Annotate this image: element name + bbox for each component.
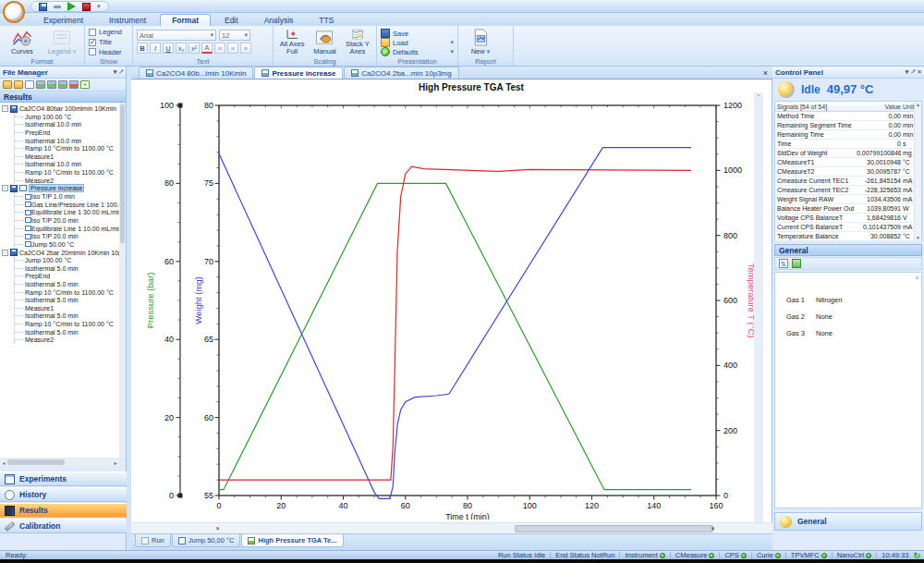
defaults-dropdown-icon[interactable]: ▾ (450, 48, 454, 55)
tree-item[interactable]: Ramp 10 °C/min to 1100.00 °C (15, 288, 119, 297)
signals-row-stddev-of-weight[interactable]: StdDev of Weight0,00799100846mg (775, 149, 921, 158)
bold-button[interactable]: B (137, 43, 148, 54)
tree-item[interactable]: Measure1 (15, 153, 119, 161)
scroll-left-icon[interactable]: ◂ (0, 459, 7, 466)
expand-toggle-icon[interactable]: - (2, 185, 8, 191)
tree-item[interactable]: Jump 100.00 °C (15, 257, 119, 265)
tree-item[interactable]: Isothermal 10.0 min (15, 161, 119, 169)
tree-horizontal-scrollbar[interactable]: ◂ ▸ (0, 459, 119, 466)
legend-button[interactable]: Legend ▾ (43, 28, 80, 56)
tree-item[interactable]: Ramp 10 °C/min to 1100.00 °C (15, 144, 119, 153)
sub-tab-jump-50-00-c[interactable]: Jump 50,00 °C (172, 534, 241, 547)
refresh-icon[interactable]: ↻ (913, 551, 920, 560)
tree-item[interactable]: Measure1 (15, 304, 119, 312)
document-tab-ca2co4-2ba-min-10p3mg[interactable]: Ca2CO4 2ba...min 10p3mg (344, 67, 458, 79)
presentation-load-button[interactable]: Load ▾ (381, 38, 454, 47)
superscript-button[interactable]: x² (188, 43, 200, 54)
scroll-down-icon[interactable]: ▼ (915, 235, 921, 240)
axis-right-handle[interactable]: × (710, 525, 716, 532)
legend-checkbox[interactable] (89, 29, 96, 36)
signals-row-method-time[interactable]: Method Time0,00min (775, 112, 921, 121)
signals-row-time[interactable]: Time0s (775, 140, 921, 149)
print-image-icon[interactable] (58, 80, 67, 89)
export-image-icon[interactable] (36, 80, 45, 89)
tree-item[interactable]: Isothermal 5.0 min (15, 312, 119, 321)
pause-icon[interactable] (54, 6, 61, 8)
new-file-icon[interactable] (25, 80, 34, 89)
ribbon-tab-instrument[interactable]: Instrument (97, 14, 158, 26)
nav-button-history[interactable]: History (0, 487, 127, 502)
align-right-button[interactable]: ≡ (240, 43, 251, 54)
tree-item[interactable]: Ramp 10 °C/min to 1100.00 °C (15, 168, 119, 177)
chart-hscrollbar-thumb[interactable] (515, 525, 713, 532)
tree-item[interactable]: Iso T/P 1.0 min (15, 192, 119, 201)
subscript-button[interactable]: x₂ (176, 43, 187, 54)
tree-item[interactable]: Equilibrate Line 1 30.00 mL/min 80 (15, 209, 119, 217)
general-bottom-button[interactable]: General (774, 512, 922, 531)
ribbon-tab-tts[interactable]: TTS (307, 14, 346, 26)
export-data-icon[interactable] (69, 80, 79, 89)
tree-item[interactable]: Isothermal 5.0 min (15, 328, 119, 337)
stack-y-axes-button[interactable]: Stack Y Axes (343, 28, 372, 56)
tree-item[interactable]: Jump 50.00 °C (15, 240, 119, 249)
nav-button-results[interactable]: Results (0, 503, 127, 518)
presentation-defaults-button[interactable]: ✓ Defaults ▾ (381, 47, 454, 56)
general-section-header[interactable]: General (774, 244, 922, 256)
dropdown-icon[interactable]: ▾ (114, 68, 117, 76)
signals-row-remaining-time[interactable]: Remaining Time0,00min (775, 130, 921, 140)
tree-item[interactable]: Measure2 (15, 177, 119, 185)
sub-tab-high-pressure-tga-te[interactable]: High Pressure TGA Te... (241, 534, 343, 547)
tree-item[interactable]: Iso T/P 20.0 min (15, 216, 119, 225)
tree-item[interactable]: Isothermal 5.0 min (15, 296, 119, 304)
tree-item[interactable]: Isothermal 5.0 min (15, 280, 119, 288)
header-checkbox-row[interactable]: Header (89, 47, 128, 56)
document-close-icon[interactable]: × (763, 68, 768, 78)
run-icon[interactable] (67, 2, 76, 11)
add-item-icon[interactable]: + (80, 80, 90, 89)
quick-access-dropdown-icon[interactable]: ▾ (97, 3, 101, 10)
font-family-select[interactable]: Arial▾ (137, 30, 216, 41)
signals-row-weight-signal-raw[interactable]: Weight Signal RAW1034,43506mA (775, 195, 921, 204)
tree-item[interactable]: Isothermal 10.0 min (15, 121, 119, 129)
signals-row-remaining-segment-time[interactable]: Remaining Segment Time0,00min (775, 121, 921, 130)
signals-table-header[interactable]: Signals [54 of 54] Value Units (775, 102, 921, 112)
align-center-button[interactable]: ≡ (227, 43, 238, 54)
export-table-icon[interactable] (792, 259, 801, 268)
new-report-button[interactable]: New ▾ (462, 28, 499, 56)
curves-button[interactable]: Curves (4, 28, 41, 56)
tree-item[interactable]: Equilibrate Line 1 10.00 mL/min 1.2 (15, 225, 119, 233)
collapse-chevron-icon[interactable]: » (912, 275, 920, 279)
tree-item[interactable]: PrepEnd (15, 273, 119, 281)
load-dropdown-icon[interactable]: ▾ (450, 39, 454, 46)
signals-row-voltage-cps-balancet[interactable]: Voltage CPS BalanceT1,68429816V (775, 214, 921, 223)
ribbon-tab-analysis[interactable]: Analysis (252, 14, 306, 26)
tree-item[interactable]: Jump 100.00 °C (15, 113, 119, 121)
font-size-select[interactable]: 12▾ (219, 30, 250, 41)
tga-chart[interactable]: 020406080100120140160Time t (min)0204060… (131, 94, 763, 520)
scroll-up-icon[interactable]: ▲ (915, 102, 921, 107)
nav-button-experiments[interactable]: Experiments (0, 471, 127, 486)
ribbon-tab-format[interactable]: Format (160, 14, 211, 26)
tree-item[interactable]: Isothermal 5.0 min (15, 264, 119, 273)
presentation-save-button[interactable]: Save (381, 29, 454, 38)
tree-hscrollbar-thumb[interactable] (7, 459, 65, 465)
tree-item[interactable]: Ramp 10 °C/min to 1100.00 °C (15, 320, 119, 328)
signals-row-cmeasuret1[interactable]: CMeasureT130,0010948°C (775, 158, 921, 167)
chart-vertical-scrollbar[interactable]: ⌃ ⌄ (754, 92, 763, 535)
axis-left-handle[interactable]: × (214, 525, 221, 532)
open-folder-icon[interactable] (3, 80, 12, 89)
expand-toggle-icon[interactable]: - (2, 105, 8, 112)
ribbon-tab-edit[interactable]: Edit (213, 14, 250, 26)
italic-button[interactable]: I (150, 43, 161, 54)
scroll-up-icon[interactable]: ⌃ (754, 93, 763, 100)
legend-checkbox-row[interactable]: Legend (89, 28, 128, 37)
open-recent-folder-icon[interactable] (14, 80, 23, 89)
font-color-button[interactable]: A (201, 43, 213, 54)
align-left-button[interactable]: ≡ (214, 43, 225, 54)
dropdown-icon[interactable]: ▾ (906, 68, 909, 76)
document-tab-pressure-increase[interactable]: Pressure increase (254, 67, 343, 79)
signals-row-cmeasuret2[interactable]: CMeasureT230,0095787°C (775, 167, 921, 177)
signals-row-cmeasure-current-tec2[interactable]: Cmeasure Current TEC2-228,325653mA (775, 186, 921, 195)
tree-node-pressure-increase[interactable]: -Pressure increase (2, 184, 119, 192)
manual-scaling-button[interactable]: Manual (310, 28, 339, 56)
